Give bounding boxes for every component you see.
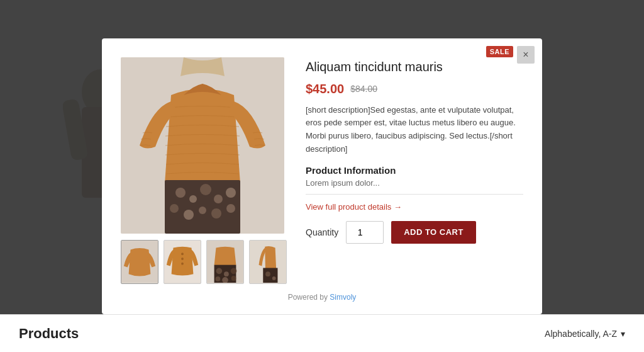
svg-point-23 [216, 268, 223, 274]
product-info-sub: Lorem ipsum dolor... [306, 178, 523, 188]
svg-point-32 [272, 276, 276, 280]
price-original: $84.00 [350, 84, 377, 94]
view-full-details-link[interactable]: View full product details → [306, 202, 402, 212]
svg-point-14 [211, 208, 221, 219]
page-background: SALE × [0, 0, 644, 352]
svg-point-10 [226, 188, 236, 198]
thumbnail-3[interactable] [206, 240, 244, 284]
price-current: $45.00 [306, 82, 344, 96]
quantity-input[interactable] [346, 221, 384, 244]
svg-point-13 [199, 207, 206, 214]
svg-point-27 [222, 277, 228, 283]
quantity-row: Quantity ADD TO CART [306, 221, 523, 244]
svg-point-31 [265, 271, 270, 276]
add-to-cart-button[interactable]: ADD TO CART [391, 221, 476, 244]
svg-point-15 [226, 204, 235, 213]
product-info-section: Aliquam tincidunt mauris $45.00 $84.00 [… [306, 57, 523, 284]
powered-by: Powered by Simvoly [121, 293, 523, 302]
modal-body: Aliquam tincidunt mauris $45.00 $84.00 [… [121, 57, 523, 284]
sale-badge: SALE [486, 46, 513, 57]
bottom-bar: Products Alphabetically, A-Z ▾ [0, 314, 644, 352]
svg-point-20 [181, 262, 184, 264]
svg-point-18 [181, 253, 184, 255]
main-product-image [121, 57, 284, 234]
svg-rect-30 [263, 268, 277, 283]
products-heading: Products [19, 326, 79, 342]
thumbnail-2[interactable] [164, 240, 201, 284]
thumbnail-list [121, 240, 287, 284]
divider [306, 194, 523, 195]
thumbnail-1[interactable] [121, 240, 158, 284]
product-description: [short description]Sed egestas, ante et … [306, 104, 523, 156]
svg-point-19 [181, 258, 184, 260]
powered-by-link[interactable]: Simvoly [330, 293, 356, 302]
thumbnail-4[interactable] [249, 240, 287, 284]
close-button[interactable]: × [517, 46, 535, 64]
product-info-heading: Product Information [306, 165, 523, 176]
chevron-down-icon: ▾ [621, 329, 625, 339]
svg-point-9 [214, 195, 223, 203]
svg-point-24 [224, 271, 229, 276]
sort-dropdown[interactable]: Alphabetically, A-Z ▾ [545, 329, 625, 339]
svg-point-8 [200, 184, 211, 195]
svg-point-7 [189, 195, 197, 203]
product-modal: SALE × [102, 38, 542, 314]
powered-by-text: Powered by [288, 293, 328, 302]
svg-point-6 [175, 188, 186, 198]
product-title: Aliquam tincidunt mauris [306, 60, 523, 74]
svg-point-12 [184, 210, 194, 220]
modal-overlay: SALE × [0, 0, 644, 352]
image-section [121, 57, 287, 284]
svg-point-28 [231, 276, 236, 281]
quantity-label: Quantity [306, 227, 338, 237]
price-row: $45.00 $84.00 [306, 82, 523, 96]
svg-point-25 [231, 268, 237, 274]
svg-point-26 [216, 276, 221, 281]
sort-label: Alphabetically, A-Z [545, 329, 617, 339]
svg-point-11 [170, 204, 179, 213]
